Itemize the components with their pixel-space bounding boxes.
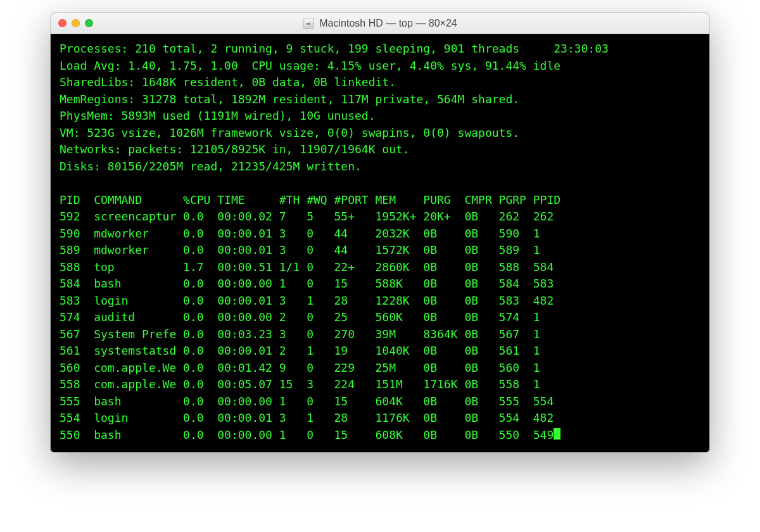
terminal-window: Macintosh HD — top — 80×24 Processes: 21… — [51, 13, 709, 452]
minimize-button[interactable] — [72, 19, 80, 27]
window-titlebar: Macintosh HD — top — 80×24 — [51, 13, 709, 34]
disk-icon — [303, 18, 314, 29]
window-title-wrap: Macintosh HD — top — 80×24 — [303, 18, 457, 29]
maximize-button[interactable] — [85, 19, 93, 27]
close-button[interactable] — [58, 19, 66, 27]
window-title: Macintosh HD — top — 80×24 — [319, 18, 457, 29]
window-traffic-lights — [58, 19, 93, 27]
terminal-content[interactable]: Processes: 210 total, 2 running, 9 stuck… — [51, 34, 709, 452]
cursor — [554, 428, 560, 440]
